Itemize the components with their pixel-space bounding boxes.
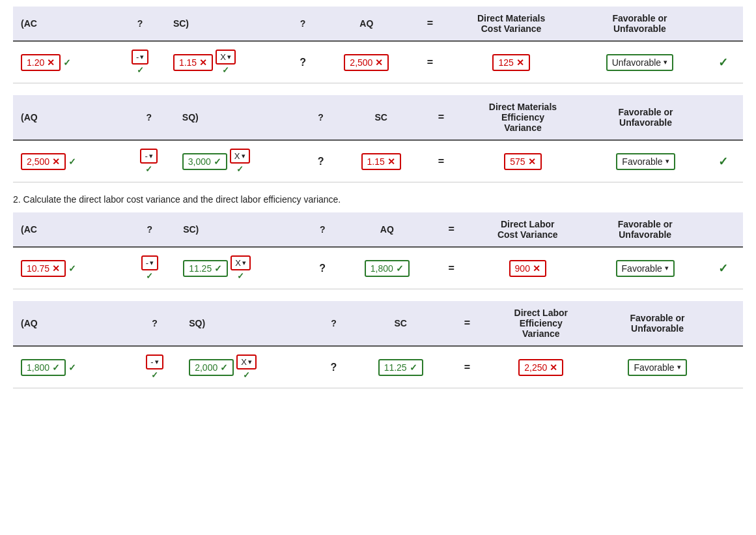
val2-with-dropdown: 1.15 ✕ X ▾ ✓ [173,50,278,75]
header-favorable-label: Favorable orUnfavorable [587,212,703,247]
chevron-down-icon: ▾ [242,259,246,267]
header-col-aq: AQ [320,7,413,41]
cell-val3: 11.25 ✓ [352,346,450,388]
chevron-down-icon: ▾ [665,264,669,272]
input-box[interactable]: 2,250 ✕ [518,359,563,376]
cell-eq: = [450,346,485,388]
val1-check: ✓ [63,57,71,68]
cell-val1: 10.75 ✕ ✓ [13,247,124,289]
input-value: 575 [510,156,525,167]
variance-table: (AQ ? SQ) ? SC = Direct MaterialsEfficie… [13,95,743,182]
input-box[interactable]: 1.15 ✕ [361,153,401,170]
input-value: 1,800 [27,362,49,373]
header-favorable-label: Favorable orUnfavorable [588,95,704,140]
favorable-dropdown[interactable]: Unfavorable ▾ [606,54,674,71]
chevron-down-icon: ▾ [242,152,245,160]
header-col-ac: (AC [13,7,115,41]
header-variance-label: Direct LaborEfficiencyVariance [485,301,597,346]
input-box[interactable]: 2,000 ✓ [189,359,234,376]
mini-dropdown[interactable]: - ▾ [140,149,157,164]
chevron-down-icon: ▾ [227,53,231,61]
val2-with-dropdown: 11.25 ✓ X ▾ ✓ [183,255,298,281]
mini-dropdown[interactable]: X ▾ [231,255,251,270]
input-value: 900 [515,263,530,274]
val1-check: ✓ [68,263,76,274]
cell-result: 575 ✕ [458,140,587,182]
cell-operator: ? [303,140,338,182]
mini-dropdown[interactable]: X ▾ [236,354,257,369]
mini-dropdown[interactable]: - ▾ [146,354,163,369]
input-box[interactable]: 1.20 ✕ [21,54,61,71]
mini-dropdown[interactable]: - ▾ [132,50,148,65]
cell-val1: 1,800 ✓ ✓ [13,346,128,388]
mini-dropdown[interactable]: - ▾ [141,255,158,270]
favorable-dropdown[interactable]: Favorable ▾ [616,260,675,277]
cell-eq: = [424,140,458,182]
header-check [704,7,743,41]
input-box[interactable]: 900 ✕ [509,260,546,277]
header-col-q1: ? [128,301,182,346]
dropdown-value: - [146,258,148,268]
input-box[interactable]: 125 ✕ [492,54,529,71]
variance-section-dl-cost: (AC ? SC) ? AQ = Direct LaborCost Varian… [13,212,743,289]
input-box[interactable]: 575 ✕ [504,153,541,170]
favorable-dropdown[interactable]: Favorable ▾ [628,359,686,376]
input-box[interactable]: 2,500 ✕ [21,153,66,170]
dropdown-check: ✓ [243,370,250,380]
cell-val2: 2,000 ✓ X ▾ ✓ [181,346,316,388]
cell-eq: = [434,247,468,289]
header-col-q1: ? [124,212,175,247]
dropdown-value: X [235,258,241,268]
cell-row-check: ✓ [703,140,743,182]
input-status-icon: ✕ [387,156,395,167]
header-col-aq: SC [352,301,450,346]
dropdown-check: ✓ [237,271,244,281]
table-data-row: 1,800 ✓ ✓ - ▾ ✓ 2,000 ✓ [13,346,743,388]
variance-section-dl-efficiency: (AQ ? SQ) ? SC = Direct LaborEfficiencyV… [13,301,743,388]
dropdown-value: - [145,151,147,161]
header-col-aq: AQ [340,212,434,247]
header-variance-label: Direct MaterialsEfficiencyVariance [458,95,587,140]
mini-dropdown[interactable]: X ▾ [216,50,236,65]
input-box[interactable]: 3,000 ✓ [182,153,227,170]
input-status-icon: ✕ [375,57,383,68]
input-status-icon: ✕ [52,263,60,274]
cell-favorable: Favorable ▾ [587,247,703,289]
input-value: 2,500 [27,156,49,167]
cell-dropdown1: - ▾ ✓ [128,346,182,388]
input-value: 125 [498,57,513,68]
input-box[interactable]: 1,800 ✓ [21,359,66,376]
input-box[interactable]: 1.15 ✕ [173,54,213,71]
input-box[interactable]: 2,500 ✕ [344,54,389,71]
header-col-q2: ? [316,301,352,346]
mini-dropdown-wrapper: X ▾ ✓ [216,50,236,75]
input-box[interactable]: 1,800 ✓ [365,260,410,277]
variance-table: (AQ ? SQ) ? SC = Direct LaborEfficiencyV… [13,301,743,388]
input-status-icon: ✕ [199,57,207,68]
input-box[interactable]: 11.25 ✓ [183,260,228,277]
mini-dropdown-wrapper: - ▾ ✓ [141,255,158,281]
favorable-value: Favorable [634,362,674,373]
cell-val3: 1.15 ✕ [338,140,425,182]
input-value: 1.15 [367,156,385,167]
chevron-down-icon: ▾ [155,358,159,366]
cell-result: 2,250 ✕ [485,346,597,388]
input-box[interactable]: 10.75 ✕ [21,260,66,277]
variance-table: (AC ? SC) ? AQ = Direct LaborCost Varian… [13,212,743,289]
chevron-down-icon: ▾ [248,358,252,366]
input-status-icon: ✕ [52,156,60,167]
row-check-icon: ✓ [718,262,728,275]
variance-table: (AC ? SC) ? AQ = Direct MaterialsCost Va… [13,7,743,83]
mini-dropdown-wrapper: - ▾ ✓ [140,149,157,174]
header-col-sc: SQ) [175,95,304,140]
dropdown-check: ✓ [222,65,229,75]
input-box[interactable]: 11.25 ✓ [378,359,423,376]
cell-val1: 2,500 ✕ ✓ [13,140,124,182]
cell-favorable: Favorable ▾ [597,346,718,388]
cell-result: 125 ✕ [447,41,576,83]
mini-dropdown[interactable]: X ▾ [230,149,250,164]
favorable-dropdown[interactable]: Favorable ▾ [616,153,675,170]
chevron-down-icon: ▾ [664,58,667,66]
header-col-q1: ? [124,95,175,140]
header-col-ac: (AQ [13,301,128,346]
